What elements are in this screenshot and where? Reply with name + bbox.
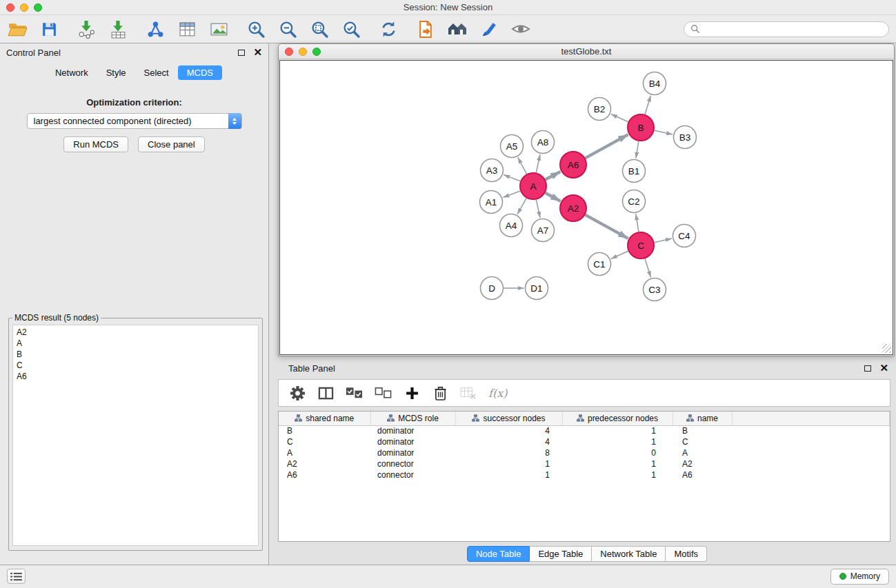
edge-A-A2[interactable] — [546, 193, 561, 201]
zoom-window-icon[interactable] — [34, 3, 42, 12]
float-panel-icon[interactable] — [238, 50, 245, 56]
delete-table-button[interactable] — [460, 383, 477, 403]
network-canvas[interactable]: B4B2BB3A5A8A6A3B1AA1C2A2A4A7CC4C1C3DD1 — [279, 60, 893, 355]
node-A7[interactable]: A7 — [532, 219, 555, 242]
node-B2[interactable]: B2 — [588, 98, 611, 121]
zoom-in-button[interactable] — [244, 18, 268, 40]
node-C1[interactable]: C1 — [588, 253, 611, 276]
import-network-button[interactable] — [74, 18, 98, 40]
show-columns-button[interactable] — [317, 383, 334, 403]
tab-network[interactable]: Network — [46, 65, 97, 80]
tab-select[interactable]: Select — [135, 65, 178, 80]
node-A1[interactable]: A1 — [480, 191, 503, 214]
zoom-out-button[interactable] — [276, 18, 299, 40]
first-neighbors-button[interactable] — [414, 18, 437, 40]
zoom-selected-button[interactable] — [339, 18, 363, 40]
column-header-predecessor-nodes[interactable]: predecessor nodes — [562, 412, 673, 425]
result-item[interactable]: B — [17, 349, 255, 360]
edge-A-A3[interactable] — [504, 175, 520, 181]
table-settings-button[interactable] — [289, 383, 306, 403]
node-A8[interactable]: A8 — [532, 131, 555, 154]
edge-A-A6[interactable] — [546, 172, 561, 180]
result-item[interactable]: C — [17, 360, 255, 371]
edge-A-A1[interactable] — [503, 191, 520, 197]
select-all-button[interactable] — [346, 383, 363, 403]
add-row-button[interactable] — [404, 383, 420, 403]
node-D[interactable]: D — [481, 277, 504, 300]
network-zoom-icon[interactable] — [312, 48, 321, 56]
node-A4[interactable]: A4 — [500, 214, 523, 237]
edge-B-B1[interactable] — [636, 141, 639, 159]
node-B4[interactable]: B4 — [644, 72, 666, 95]
run-mcds-button[interactable]: Run MCDS — [63, 136, 128, 152]
edge-C-C1[interactable] — [611, 251, 628, 258]
tab-node-table[interactable]: Node Table — [467, 546, 530, 562]
edge-A2-C[interactable] — [586, 215, 628, 239]
tab-edge-table[interactable]: Edge Table — [530, 546, 592, 562]
new-table-button[interactable] — [175, 18, 199, 40]
result-item[interactable]: A2 — [17, 327, 255, 338]
edge-B-B3[interactable] — [655, 130, 673, 134]
node-C[interactable]: C — [628, 232, 654, 258]
edge-A-A4[interactable] — [517, 198, 526, 214]
column-header-successor-nodes[interactable]: successor nodes — [455, 412, 562, 425]
tab-network-table[interactable]: Network Table — [592, 546, 666, 562]
node-A5[interactable]: A5 — [501, 135, 524, 158]
edge-C-C4[interactable] — [655, 239, 672, 243]
tab-mcds[interactable]: MCDS — [178, 65, 222, 80]
refresh-layout-button[interactable] — [377, 18, 400, 40]
node-B[interactable]: B — [628, 114, 654, 141]
edge-A-A7[interactable] — [536, 200, 540, 218]
tab-motifs[interactable]: Motifs — [666, 546, 707, 562]
node-B1[interactable]: B1 — [623, 160, 646, 183]
deselect-all-button[interactable] — [375, 383, 392, 403]
table-row[interactable]: Bdominator41B — [279, 425, 890, 436]
save-session-button[interactable] — [37, 18, 61, 40]
close-panel-button[interactable]: Close panel — [138, 136, 205, 152]
toolbar-search-box[interactable] — [684, 21, 889, 37]
memory-button[interactable]: Memory — [830, 569, 889, 585]
show-graphics-details-button[interactable] — [509, 18, 532, 40]
table-row[interactable]: Cdominator41C — [279, 436, 890, 447]
mcds-result-list[interactable]: A2ABCA6 — [12, 325, 259, 546]
column-header-name[interactable]: name — [673, 412, 732, 425]
close-table-panel-icon[interactable]: ✕ — [879, 364, 888, 372]
optimization-criterion-select[interactable]: largest connected component (directed) — [27, 113, 242, 129]
edge-B-B4[interactable] — [645, 96, 651, 114]
node-C4[interactable]: C4 — [673, 225, 696, 247]
table-row[interactable]: A2connector11A2 — [279, 458, 890, 469]
import-table-button[interactable] — [106, 18, 130, 40]
node-A3[interactable]: A3 — [481, 159, 504, 182]
zoom-fit-button[interactable] — [308, 18, 331, 40]
function-builder-button[interactable]: f(x) — [488, 383, 507, 403]
edge-A6-B[interactable] — [586, 134, 628, 158]
edge-B-B2[interactable] — [611, 114, 628, 122]
table-row[interactable]: Adominator80A — [279, 447, 890, 458]
network-close-icon[interactable] — [285, 48, 293, 56]
edge-A-A8[interactable] — [536, 154, 540, 172]
minimize-window-icon[interactable] — [20, 3, 28, 12]
task-history-button[interactable] — [7, 569, 26, 584]
node-C3[interactable]: C3 — [644, 278, 666, 301]
column-header-MCDS-role[interactable]: MCDS role — [370, 412, 455, 425]
edge-C-C2[interactable] — [636, 214, 639, 232]
result-item[interactable]: A6 — [17, 371, 255, 382]
close-window-icon[interactable] — [6, 3, 14, 12]
node-A2[interactable]: A2 — [560, 195, 586, 221]
column-header-shared-name[interactable]: shared name — [279, 412, 370, 425]
node-C2[interactable]: C2 — [623, 190, 646, 213]
apply-style-button[interactable] — [477, 18, 501, 40]
node-A6[interactable]: A6 — [560, 152, 586, 178]
open-session-button[interactable] — [6, 18, 29, 40]
table-row[interactable]: A6connector11A6 — [279, 469, 890, 480]
edge-A-A5[interactable] — [518, 157, 527, 174]
float-table-panel-icon[interactable] — [864, 365, 871, 372]
network-minimize-icon[interactable] — [299, 48, 307, 56]
tab-style[interactable]: Style — [97, 65, 135, 80]
new-network-button[interactable] — [143, 18, 167, 40]
search-input[interactable] — [704, 23, 882, 34]
export-image-button[interactable] — [207, 18, 230, 40]
resize-grip[interactable] — [882, 344, 891, 353]
delete-button[interactable] — [432, 383, 448, 403]
edge-C-C3[interactable] — [645, 258, 651, 277]
